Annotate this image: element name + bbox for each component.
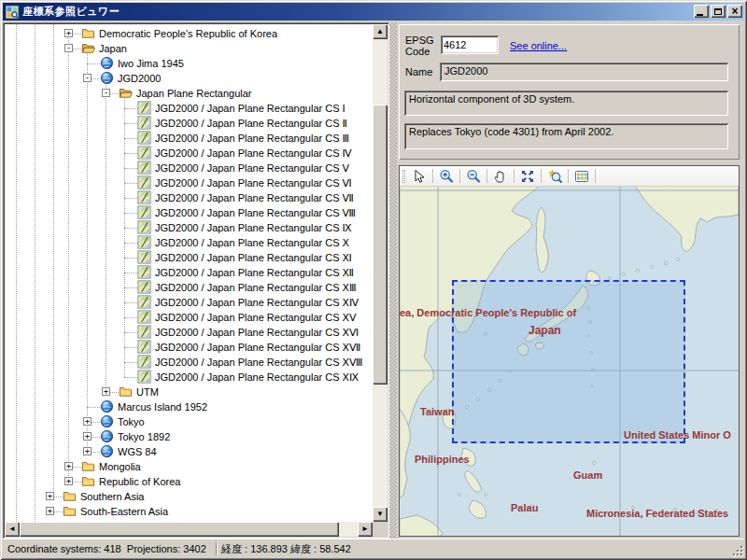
tree-item-label: JGD2000 / Japan Plane Rectangular CS ⅩⅥ [155, 326, 359, 339]
tree-item[interactable]: -Japan [5, 41, 373, 56]
cs-map-icon [137, 190, 151, 204]
zoom-out-tool-button[interactable] [462, 167, 485, 186]
expand-button[interactable]: + [64, 462, 73, 470]
expand-button[interactable]: + [83, 432, 92, 441]
zoom-out-icon [466, 169, 481, 184]
resize-grip[interactable] [730, 543, 742, 555]
tree-item-label: Marcus Island 1952 [118, 400, 207, 413]
see-online-link[interactable]: See online... [510, 40, 567, 51]
expand-button[interactable]: + [46, 492, 54, 500]
tree-connector [124, 123, 137, 124]
expand-button[interactable]: + [46, 507, 54, 515]
tree-item[interactable]: JGD2000 / Japan Plane Rectangular CS Ⅷ [5, 205, 373, 220]
epsg-code-input[interactable] [441, 35, 499, 54]
scroll-up-button[interactable]: ▲ [373, 24, 388, 39]
zoom-in-tool-button[interactable] [435, 167, 458, 186]
coordinate-tree-panel: +Democratic People's Republic of Korea-J… [3, 22, 389, 539]
map-canvas[interactable]: ea, Democratic People's Republic ofJapan… [400, 187, 739, 536]
tree-connector [124, 287, 137, 288]
tree-item[interactable]: JGD2000 / Japan Plane Rectangular CS Ⅰ [5, 101, 373, 116]
pan-tool-button[interactable] [489, 167, 512, 186]
collapse-button[interactable]: - [102, 89, 110, 97]
coordinate-systems-count: Coordinate systems: 418 [7, 543, 121, 554]
tree-item[interactable]: JGD2000 / Japan Plane Rectangular CS Ⅺ [5, 250, 373, 265]
tree-item[interactable]: JGD2000 / Japan Plane Rectangular CS ⅩⅧ [5, 355, 373, 370]
tree-item[interactable]: -JGD2000 [5, 71, 373, 86]
minimize-icon [697, 14, 703, 16]
tree-item[interactable]: JGD2000 / Japan Plane Rectangular CS Ⅲ [5, 131, 373, 146]
tree-item[interactable]: JGD2000 / Japan Plane Rectangular CS Ⅴ [5, 161, 373, 175]
expand-button[interactable]: + [64, 29, 73, 37]
folder-open-icon [119, 86, 133, 100]
cs-map-icon [137, 235, 151, 249]
toolbar-separator [568, 169, 569, 183]
tree-item[interactable]: JGD2000 / Japan Plane Rectangular CS ⅩⅤ [5, 310, 373, 325]
tree-item-label: JGD2000 / Japan Plane Rectangular CS ⅩⅢ [155, 281, 357, 294]
zoom-extent-tool-button[interactable] [516, 167, 539, 186]
tree-horizontal-scrollbar[interactable]: ◄ ► [5, 522, 373, 537]
tree-item[interactable]: JGD2000 / Japan Plane Rectangular CS ⅩⅢ [5, 280, 373, 295]
tree-item[interactable]: +Southern Asia [5, 489, 373, 504]
expand-button[interactable]: + [64, 477, 73, 485]
tree-item[interactable]: JGD2000 / Japan Plane Rectangular CS Ⅸ [5, 220, 373, 235]
tree-item[interactable]: -Japan Plane Rectangular [5, 86, 373, 101]
panel-splitter[interactable] [389, 22, 397, 539]
title-bar[interactable]: 座標系参照ビュワー × [3, 3, 744, 21]
tree-item[interactable]: +Tokyo [5, 414, 373, 429]
tree-item[interactable]: +Mongolia [5, 459, 373, 474]
tree-item[interactable]: JGD2000 / Japan Plane Rectangular CS ⅩⅣ [5, 295, 373, 310]
tree-item[interactable]: JGD2000 / Japan Plane Rectangular CS Ⅳ [5, 146, 373, 161]
tree-item[interactable]: +South-Eastern Asia [5, 504, 373, 519]
folder-icon [81, 26, 95, 40]
select-tool-button[interactable] [408, 167, 430, 186]
zoom-selection-tool-button[interactable] [543, 167, 566, 186]
tree-item[interactable]: +Tokyo 1892 [5, 429, 373, 444]
tree-item[interactable]: JGD2000 / Japan Plane Rectangular CS ⅩⅦ [5, 340, 373, 355]
longitude-readout: 経度 : 136.893 [221, 543, 288, 554]
folder-icon [81, 459, 95, 473]
cs-map-icon [137, 101, 151, 115]
tree-item[interactable]: +UTM [5, 385, 373, 399]
epsg-code-label: EPSG Code [405, 35, 441, 57]
tree-item[interactable]: JGD2000 / Japan Plane Rectangular CS ⅩⅥ [5, 325, 373, 340]
tree-item[interactable]: JGD2000 / Japan Plane Rectangular CS ⅩⅨ [5, 370, 373, 385]
grid-tool-button[interactable] [571, 167, 593, 186]
expand-button[interactable]: + [83, 417, 92, 426]
tree-item[interactable]: Iwo Jima 1945 [5, 56, 373, 71]
tree-item-label: Mongolia [99, 460, 141, 473]
scroll-left-button[interactable]: ◄ [5, 522, 20, 537]
expand-button[interactable]: + [102, 387, 110, 396]
scroll-right-button[interactable]: ► [358, 522, 373, 537]
collapse-button[interactable]: - [83, 74, 92, 82]
tree-item[interactable]: JGD2000 / Japan Plane Rectangular CS Ⅻ [5, 265, 373, 280]
coordinate-tree[interactable]: +Democratic People's Republic of Korea-J… [5, 24, 373, 522]
expand-button[interactable]: + [83, 447, 92, 455]
tree-item[interactable]: +Democratic People's Republic of Korea [5, 26, 373, 41]
tree-item[interactable]: Marcus Island 1952 [5, 399, 373, 414]
globe-icon [100, 444, 114, 458]
tree-item[interactable]: +Republic of Korea [5, 474, 373, 489]
scroll-track[interactable] [373, 39, 388, 507]
tree-connector [124, 228, 137, 229]
detail-pane: EPSG Code See online... Name JGD2000 Hor… [397, 22, 744, 539]
close-button[interactable]: × [727, 5, 742, 18]
scroll-down-button[interactable]: ▼ [373, 507, 388, 522]
tree-item-label: JGD2000 / Japan Plane Rectangular CS Ⅷ [155, 206, 356, 219]
scroll-thumb[interactable] [373, 105, 388, 385]
scroll-thumb[interactable] [20, 522, 339, 537]
collapse-button[interactable]: - [64, 44, 73, 52]
zoom-selection-icon [547, 169, 562, 184]
tree-vertical-scrollbar[interactable]: ▲ ▼ [373, 24, 388, 522]
tree-item[interactable]: JGD2000 / Japan Plane Rectangular CS Ⅱ [5, 116, 373, 131]
tree-item[interactable]: JGD2000 / Japan Plane Rectangular CS Ⅶ [5, 190, 373, 205]
maximize-button[interactable] [711, 5, 726, 18]
toolbar-gripper[interactable] [402, 170, 405, 183]
minimize-button[interactable] [694, 5, 709, 18]
tree-item-label: JGD2000 / Japan Plane Rectangular CS ⅩⅦ [155, 341, 360, 354]
tree-item[interactable]: +WGS 84 [5, 444, 373, 459]
map-label-philippines: Philippines [415, 454, 470, 465]
tree-item[interactable]: JGD2000 / Japan Plane Rectangular CS Ⅹ [5, 235, 373, 250]
scroll-track[interactable] [20, 522, 358, 537]
tree-item[interactable]: JGD2000 / Japan Plane Rectangular CS Ⅵ [5, 175, 373, 190]
status-bar: Coordinate systems: 418 Projections: 340… [3, 539, 744, 557]
